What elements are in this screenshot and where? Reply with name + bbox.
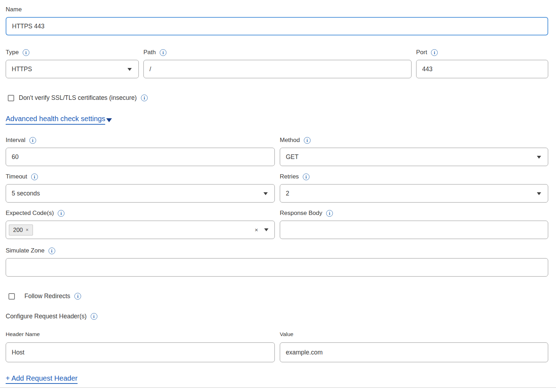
timeout-label: Timeout <box>6 173 27 180</box>
path-label: Path <box>143 49 156 56</box>
interval-field: Interval i <box>6 136 275 166</box>
response-body-label: Response Body <box>280 210 322 217</box>
dont-verify-row: Don't verify SSL/TLS certificates (insec… <box>8 94 548 102</box>
header-name-field: Header Name <box>6 331 275 362</box>
port-field: Port i <box>416 49 548 78</box>
type-path-port-row: Type i HTTPS Path i Port i <box>6 49 548 78</box>
header-name-input[interactable] <box>6 342 275 362</box>
caret-down-icon[interactable] <box>264 228 268 231</box>
info-icon[interactable]: i <box>31 174 38 180</box>
name-field: Name <box>6 6 548 35</box>
info-icon[interactable]: i <box>91 313 97 320</box>
info-icon[interactable]: i <box>141 95 148 101</box>
path-input[interactable] <box>143 60 412 78</box>
header-value-label: Value <box>280 331 294 337</box>
type-field: Type i HTTPS <box>6 49 139 78</box>
add-header-block: + Add Request Header <box>6 374 548 382</box>
add-request-header-link[interactable]: + Add Request Header <box>6 374 78 384</box>
info-icon[interactable]: i <box>58 210 64 217</box>
method-select[interactable]: GET <box>280 148 548 166</box>
response-body-input[interactable] <box>280 221 548 239</box>
info-icon[interactable]: i <box>160 49 166 56</box>
type-label: Type <box>6 49 19 56</box>
expected-code-tag: 200 × <box>9 225 33 235</box>
advanced-settings-block: Advanced health check settings <box>6 115 548 125</box>
advanced-settings-link[interactable]: Advanced health check settings <box>6 115 105 125</box>
name-label: Name <box>6 6 22 13</box>
simulate-zone-label: Simulate Zone <box>6 247 45 254</box>
timeout-select[interactable]: 5 seconds <box>6 184 275 203</box>
follow-redirects-row: Follow Redirects i <box>8 292 548 300</box>
dont-verify-checkbox[interactable] <box>8 95 14 101</box>
retries-select-value: 2 <box>286 190 289 197</box>
info-icon[interactable]: i <box>303 174 310 180</box>
expected-codes-field: Expected Code(s) i 200 × × <box>6 209 275 239</box>
simulate-zone-input[interactable] <box>6 258 548 277</box>
name-input[interactable] <box>6 17 548 35</box>
info-icon[interactable]: i <box>29 137 36 144</box>
port-label: Port <box>416 49 427 56</box>
configure-headers-label: Configure Request Header(s) <box>6 313 87 320</box>
interval-label: Interval <box>6 137 25 144</box>
method-select-value: GET <box>286 153 299 161</box>
info-icon[interactable]: i <box>326 210 333 217</box>
codes-body-row: Expected Code(s) i 200 × × Response Body… <box>6 209 548 239</box>
info-icon[interactable]: i <box>23 49 29 56</box>
follow-redirects-label: Follow Redirects <box>24 292 70 300</box>
timeout-retries-row: Timeout i 5 seconds Retries i 2 <box>6 173 548 203</box>
port-input[interactable] <box>416 60 548 78</box>
header-value-field: Value <box>280 331 548 362</box>
type-select-value: HTTPS <box>12 66 32 73</box>
info-icon[interactable]: i <box>304 137 311 144</box>
info-icon[interactable]: i <box>431 49 438 56</box>
caret-down-icon <box>537 192 541 195</box>
expected-code-tag-text: 200 <box>13 227 23 233</box>
follow-redirects-checkbox[interactable] <box>8 293 15 300</box>
interval-method-row: Interval i Method i GET <box>6 136 548 166</box>
expected-codes-multiselect[interactable]: 200 × × <box>6 221 275 239</box>
response-body-field: Response Body i <box>280 209 548 239</box>
caret-down-icon <box>537 156 541 159</box>
type-select[interactable]: HTTPS <box>6 60 139 78</box>
header-value-input[interactable] <box>280 342 548 362</box>
caret-down-icon <box>263 192 268 195</box>
method-label: Method <box>280 137 300 144</box>
interval-input[interactable] <box>6 148 275 166</box>
retries-label: Retries <box>280 173 299 180</box>
remove-tag-icon[interactable]: × <box>26 227 29 233</box>
timeout-field: Timeout i 5 seconds <box>6 173 275 203</box>
retries-field: Retries i 2 <box>280 173 548 203</box>
caret-down-icon <box>127 68 132 71</box>
request-header-row: Header Name Value <box>6 331 548 362</box>
configure-headers-section: Configure Request Header(s) i <box>6 312 548 320</box>
info-icon[interactable]: i <box>49 248 55 254</box>
dont-verify-label: Don't verify SSL/TLS certificates (insec… <box>19 94 137 102</box>
method-field: Method i GET <box>280 136 548 166</box>
caret-down-icon <box>106 118 112 122</box>
section-divider <box>0 387 556 388</box>
header-name-label: Header Name <box>6 331 40 337</box>
simulate-zone-field: Simulate Zone i <box>6 247 548 277</box>
info-icon[interactable]: i <box>74 293 81 300</box>
health-check-form: Name Type i HTTPS Path i Port i <box>0 0 556 388</box>
timeout-select-value: 5 seconds <box>12 190 40 197</box>
expected-codes-label: Expected Code(s) <box>6 210 54 217</box>
retries-select[interactable]: 2 <box>280 184 548 203</box>
clear-all-icon[interactable]: × <box>255 227 258 233</box>
path-field: Path i <box>143 49 412 78</box>
